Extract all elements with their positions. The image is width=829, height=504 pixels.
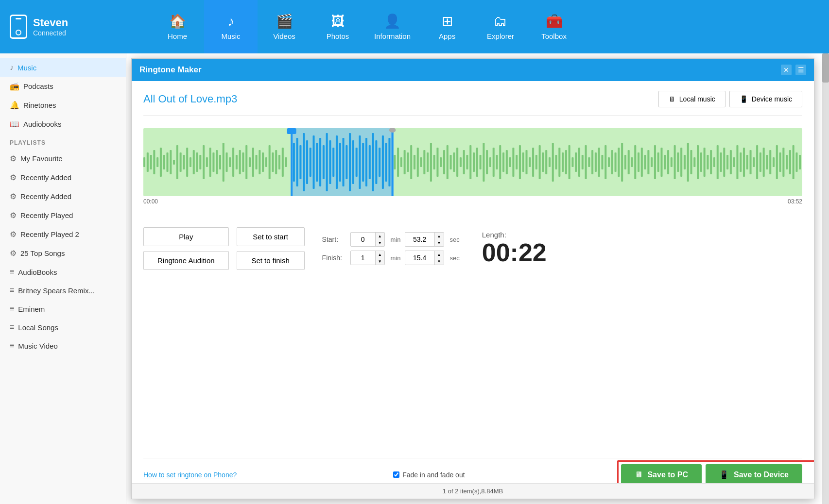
sidebar-item-music[interactable]: ♪ Music: [0, 58, 126, 77]
svg-rect-132: [582, 155, 584, 169]
svg-rect-5: [160, 148, 162, 177]
sidebar-item-ringtones[interactable]: 🔔 Rinetones: [0, 96, 126, 115]
play-button[interactable]: Play: [143, 227, 229, 246]
svg-rect-193: [782, 148, 784, 177]
svg-rect-150: [641, 148, 643, 177]
dialog-body: All Out of Love.mp3 🖥 Local music 📱 Devi…: [132, 81, 814, 499]
sidebar-item-audiobooks[interactable]: 📖 Audiobooks: [0, 115, 126, 134]
start-min-up-button[interactable]: ▲: [376, 233, 384, 239]
svg-rect-143: [618, 148, 620, 177]
sidebar-item-recently-played[interactable]: ⚙ Recently Played: [0, 206, 126, 225]
sidebar-item-my-favourite[interactable]: ⚙ My Favourite: [0, 149, 126, 168]
svg-rect-147: [631, 157, 633, 167]
finish-min-down-button[interactable]: ▼: [376, 258, 384, 265]
fade-checkbox-group: Fade in and fade out: [393, 471, 465, 479]
set-to-finish-button[interactable]: Set to finish: [237, 251, 305, 270]
finish-sec-group: ▲ ▼: [405, 251, 444, 265]
ringtone-audition-button[interactable]: Ringtone Audition: [143, 251, 229, 270]
svg-rect-127: [565, 150, 567, 174]
sidebar-item-local-songs[interactable]: ≡ Local Songs: [0, 318, 126, 336]
finish-sec-unit: sec: [450, 254, 460, 262]
tab-toolbox[interactable]: 🧰 Toolbox: [527, 0, 581, 53]
svg-rect-160: [674, 145, 676, 179]
sidebar-item-eminem[interactable]: ≡ Eminem: [0, 300, 126, 318]
svg-rect-191: [776, 145, 778, 179]
svg-rect-165: [690, 150, 692, 174]
finish-sec-up-button[interactable]: ▲: [435, 251, 444, 258]
music-icon: ♪: [227, 14, 234, 29]
svg-rect-101: [480, 155, 482, 169]
start-min-unit: min: [391, 236, 401, 243]
tab-music[interactable]: ♪ Music: [204, 0, 258, 53]
svg-rect-188: [766, 155, 768, 169]
save-to-device-button[interactable]: 📱 Save to Device: [706, 464, 802, 485]
svg-rect-49: [306, 140, 308, 184]
svg-rect-103: [486, 150, 488, 174]
finish-min-up-button[interactable]: ▲: [376, 251, 384, 258]
sidebar-item-25-top-songs[interactable]: ⚙ 25 Top Songs: [0, 244, 126, 263]
tab-home-label: Home: [168, 32, 187, 40]
svg-rect-117: [532, 148, 534, 177]
start-sec-input[interactable]: [405, 234, 434, 245]
svg-rect-123: [552, 143, 554, 182]
tab-videos[interactable]: 🎬 Videos: [258, 0, 311, 53]
tab-home[interactable]: 🏠 Home: [151, 0, 204, 53]
svg-rect-153: [651, 157, 653, 167]
start-min-down-button[interactable]: ▼: [376, 239, 384, 246]
svg-rect-168: [700, 152, 702, 172]
sidebar-item-britney[interactable]: ≡ Britney Spears Remix...: [0, 281, 126, 300]
svg-rect-86: [430, 143, 432, 182]
sidebar-item-recently-played-2[interactable]: ⚙ Recently Played 2: [0, 225, 126, 244]
fade-checkbox[interactable]: [393, 471, 399, 478]
waveform-svg: [143, 128, 802, 196]
svg-rect-6: [163, 155, 165, 169]
scrollbar[interactable]: [822, 53, 829, 504]
start-sec-up-button[interactable]: ▲: [435, 233, 444, 239]
svg-rect-71: [379, 148, 380, 177]
svg-rect-99: [473, 152, 475, 172]
svg-rect-159: [671, 157, 673, 167]
svg-rect-58: [336, 135, 338, 189]
tab-explorer[interactable]: 🗂 Explorer: [474, 0, 527, 53]
finish-min-group: ▲ ▼: [350, 251, 385, 265]
svg-rect-27: [232, 148, 234, 177]
save-to-pc-button[interactable]: 🖥 Save to PC: [621, 464, 702, 485]
tab-information[interactable]: 👤 Information: [364, 0, 420, 53]
svg-rect-197: [795, 152, 797, 172]
tab-photos[interactable]: 🖼 Photos: [311, 0, 364, 53]
finish-min-input[interactable]: [351, 252, 375, 264]
scrollbar-thumb[interactable]: [822, 53, 829, 83]
sidebar-item-podcasts[interactable]: 📻 Podcasts: [0, 77, 126, 96]
svg-rect-113: [519, 145, 521, 179]
start-min-spinners: ▲ ▼: [375, 233, 384, 246]
sidebar-item-audiobooks-pl[interactable]: ≡ AudioBooks: [0, 263, 126, 281]
sidebar-item-recently-added-2[interactable]: ⚙ Recently Added: [0, 187, 126, 206]
set-to-start-button[interactable]: Set to start: [237, 227, 305, 246]
gear-icon-1: ⚙: [10, 154, 17, 163]
list-icon-1: ≡: [10, 268, 14, 276]
start-sec-down-button[interactable]: ▼: [435, 239, 444, 246]
device-music-label: Device music: [752, 95, 792, 103]
finish-sec-input[interactable]: [405, 252, 434, 264]
svg-rect-81: [414, 155, 415, 169]
svg-rect-90: [443, 150, 445, 174]
svg-rect-174: [720, 152, 722, 172]
device-music-button[interactable]: 📱 Device music: [729, 91, 802, 107]
finish-time-row: Finish: ▲ ▼ min: [322, 251, 460, 265]
sidebar-item-music-video[interactable]: ≡ Music Video: [0, 336, 126, 355]
how-to-link[interactable]: How to set ringtone on Phone?: [143, 471, 237, 479]
local-music-button[interactable]: 🖥 Local music: [658, 91, 725, 107]
sidebar-item-recently-added[interactable]: ⚙ Recently Added: [0, 168, 126, 187]
finish-sec-down-button[interactable]: ▼: [435, 258, 444, 265]
music-note-icon: ♪: [10, 63, 14, 72]
svg-rect-111: [512, 148, 514, 177]
dialog-close-button[interactable]: ✕: [781, 65, 792, 75]
information-icon: 👤: [384, 13, 401, 29]
podcast-icon: 📻: [10, 82, 19, 91]
tab-apps[interactable]: ⊞ Apps: [420, 0, 474, 53]
start-min-input[interactable]: [351, 234, 375, 245]
dialog-menu-button[interactable]: ☰: [795, 65, 806, 75]
svg-rect-142: [615, 152, 617, 172]
waveform-background[interactable]: [143, 128, 802, 196]
svg-rect-40: [275, 150, 277, 174]
